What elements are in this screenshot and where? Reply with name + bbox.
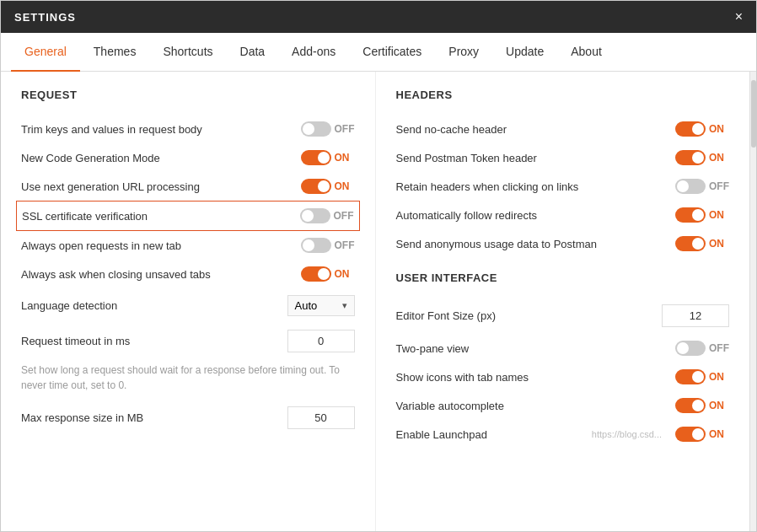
follow-redirects-row: Automatically follow redirects ON xyxy=(396,201,730,229)
headers-section-title: HEADERS xyxy=(396,89,730,101)
tab-update[interactable]: Update xyxy=(492,33,557,72)
anon-usage-label: Send anonymous usage data to Postman xyxy=(396,238,666,250)
max-response-label: Max response size in MB xyxy=(21,411,287,424)
two-pane-label: Two-pane view xyxy=(396,342,666,355)
max-response-input[interactable] xyxy=(287,406,355,429)
closing-tabs-row: Always ask when closing unsaved tabs ON xyxy=(21,260,355,288)
follow-redirects-label: Automatically follow redirects xyxy=(396,209,666,222)
var-autocomplete-status: ON xyxy=(709,400,729,411)
var-autocomplete-label: Variable autocomplete xyxy=(396,400,666,412)
left-panel: REQUEST Trim keys and values in request … xyxy=(1,72,376,531)
new-code-toggle[interactable]: ON xyxy=(301,150,355,165)
new-code-track[interactable] xyxy=(301,150,331,165)
request-section-title: REQUEST xyxy=(21,89,355,101)
icons-tab-row: Show icons with tab names ON xyxy=(396,363,730,391)
tab-about[interactable]: About xyxy=(557,33,615,72)
scrollbar[interactable] xyxy=(749,72,756,531)
titlebar: SETTINGS × xyxy=(1,1,756,33)
two-pane-row: Two-pane view OFF xyxy=(396,334,730,363)
ssl-cert-toggle[interactable]: OFF xyxy=(300,208,354,223)
new-tab-status: OFF xyxy=(335,239,355,251)
icons-tab-status: ON xyxy=(709,371,729,383)
var-autocomplete-row: Variable autocomplete ON xyxy=(396,391,730,420)
icons-tab-toggle[interactable]: ON xyxy=(675,369,729,384)
right-panel: HEADERS Send no-cache header ON Send Pos… xyxy=(376,72,750,531)
closing-tabs-track[interactable] xyxy=(301,266,331,282)
tab-certificates[interactable]: Certificates xyxy=(349,33,435,72)
no-cache-status: ON xyxy=(709,123,729,135)
closing-tabs-status: ON xyxy=(335,268,355,280)
new-tab-label: Always open requests in new tab xyxy=(21,239,291,252)
next-gen-url-row: Use next generation URL processing ON xyxy=(21,172,355,201)
scrollbar-thumb[interactable] xyxy=(751,80,756,148)
two-pane-toggle[interactable]: OFF xyxy=(675,341,729,356)
timeout-input[interactable] xyxy=(287,330,355,352)
new-code-label: New Code Generation Mode xyxy=(21,152,291,164)
language-detection-row: Language detection Auto ▾ xyxy=(21,288,355,323)
icons-tab-label: Show icons with tab names xyxy=(396,371,666,384)
timeout-label: Request timeout in ms xyxy=(21,335,287,347)
var-autocomplete-toggle[interactable]: ON xyxy=(675,398,729,413)
tab-themes[interactable]: Themes xyxy=(80,33,150,72)
launchpad-row: Enable Launchpad https://blog.csd... ON xyxy=(396,420,730,449)
launchpad-label: Enable Launchpad xyxy=(396,428,592,441)
settings-window: SETTINGS × General Themes Shortcuts Data… xyxy=(0,0,757,532)
timeout-row: Request timeout in ms xyxy=(21,323,355,359)
launchpad-toggle[interactable]: ON xyxy=(675,427,729,442)
postman-token-label: Send Postman Token header xyxy=(396,152,666,164)
new-code-row: New Code Generation Mode ON xyxy=(21,143,355,172)
new-tab-toggle[interactable]: OFF xyxy=(301,238,355,253)
max-response-row: Max response size in MB xyxy=(21,400,355,436)
next-gen-url-label: Use next generation URL processing xyxy=(21,180,291,193)
tabs-bar: General Themes Shortcuts Data Add-ons Ce… xyxy=(1,33,756,72)
follow-redirects-status: ON xyxy=(709,209,729,221)
no-cache-row: Send no-cache header ON xyxy=(396,115,730,143)
language-detection-label: Language detection xyxy=(21,299,287,312)
trim-keys-status: OFF xyxy=(335,123,355,135)
language-arrow: ▾ xyxy=(342,300,347,311)
trim-keys-row: Trim keys and values in request body OFF xyxy=(21,115,355,143)
language-select[interactable]: Auto ▾ xyxy=(287,295,355,316)
tab-shortcuts[interactable]: Shortcuts xyxy=(149,33,226,72)
no-cache-toggle[interactable]: ON xyxy=(675,121,729,137)
next-gen-url-track[interactable] xyxy=(301,179,331,194)
tab-addons[interactable]: Add-ons xyxy=(278,33,349,72)
next-gen-url-toggle[interactable]: ON xyxy=(301,179,355,194)
timeout-subtext: Set how long a request should wait for a… xyxy=(21,359,355,400)
anon-usage-row: Send anonymous usage data to Postman ON xyxy=(396,229,730,258)
retain-headers-row: Retain headers when clicking on links OF… xyxy=(396,172,730,201)
next-gen-url-status: ON xyxy=(335,180,355,192)
trim-keys-track[interactable] xyxy=(301,121,331,137)
new-code-status: ON xyxy=(335,152,355,164)
no-cache-label: Send no-cache header xyxy=(396,123,666,136)
ssl-cert-label: SSL certificate verification xyxy=(22,210,290,223)
postman-token-toggle[interactable]: ON xyxy=(675,150,729,165)
new-tab-track[interactable] xyxy=(301,238,331,253)
two-pane-status: OFF xyxy=(709,342,729,354)
retain-headers-label: Retain headers when clicking on links xyxy=(396,180,666,193)
launchpad-status: ON xyxy=(709,428,729,440)
postman-token-status: ON xyxy=(709,152,729,164)
ui-section-title: USER INTERFACE xyxy=(396,271,730,284)
tab-general[interactable]: General xyxy=(11,33,80,72)
trim-keys-label: Trim keys and values in request body xyxy=(21,123,291,136)
trim-keys-toggle[interactable]: OFF xyxy=(301,121,355,137)
anon-usage-status: ON xyxy=(709,238,729,250)
new-tab-row: Always open requests in new tab OFF xyxy=(21,231,355,260)
tab-proxy[interactable]: Proxy xyxy=(435,33,492,72)
retain-headers-toggle[interactable]: OFF xyxy=(675,179,729,194)
ssl-cert-status: OFF xyxy=(334,210,354,222)
tab-data[interactable]: Data xyxy=(227,33,279,72)
font-size-input[interactable] xyxy=(662,304,729,327)
ssl-cert-track[interactable] xyxy=(300,208,330,223)
close-button[interactable]: × xyxy=(735,9,743,24)
retain-headers-status: OFF xyxy=(709,180,729,192)
font-size-label: Editor Font Size (px) xyxy=(396,309,663,322)
ui-section: USER INTERFACE Editor Font Size (px) Two… xyxy=(396,271,730,449)
postman-token-row: Send Postman Token header ON xyxy=(396,143,730,172)
anon-usage-toggle[interactable]: ON xyxy=(675,236,729,251)
closing-tabs-toggle[interactable]: ON xyxy=(301,266,355,282)
language-value: Auto xyxy=(295,299,318,312)
window-title: SETTINGS xyxy=(14,11,76,24)
follow-redirects-toggle[interactable]: ON xyxy=(675,207,729,223)
